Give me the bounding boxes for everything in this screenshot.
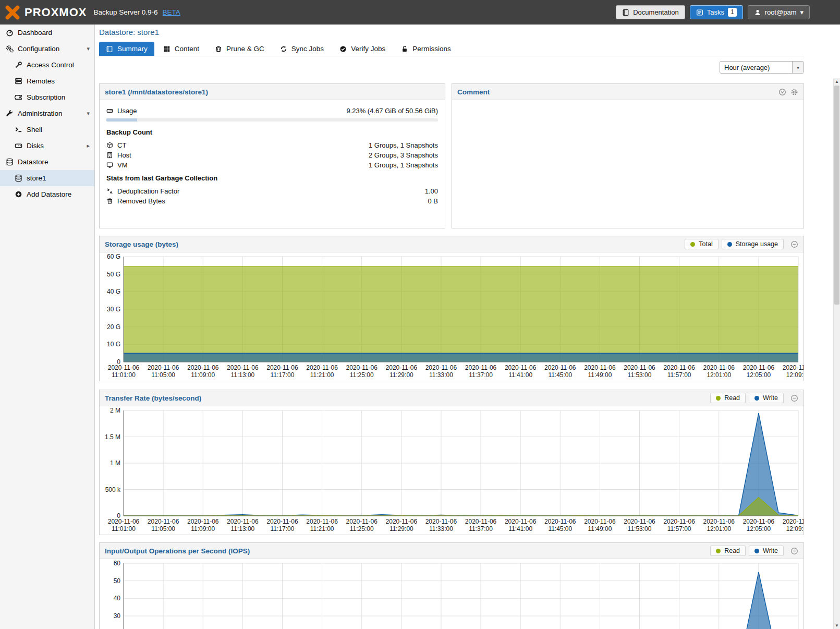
user-menu-button[interactable]: root@pam [748, 5, 810, 19]
sidebar-item-configuration[interactable]: Configuration [0, 41, 94, 57]
tasks-button[interactable]: Tasks 1 [690, 5, 743, 19]
gc-value: 1.00 [425, 187, 438, 195]
svg-text:2020-11-06: 2020-11-06 [544, 364, 576, 371]
svg-text:2020-11-06: 2020-11-06 [624, 364, 655, 371]
svg-text:11:45:00: 11:45:00 [548, 371, 572, 379]
datastore-summary-panel: store1 (/mnt/datastores/store1) Usage 9.… [99, 83, 445, 228]
building-icon [106, 152, 113, 159]
brand-area: PROXMOX Backup Server 0.9-6 BETA [5, 5, 180, 20]
scrollbar-thumb[interactable] [834, 86, 839, 305]
chevron-right-icon[interactable] [87, 142, 90, 149]
legend-write[interactable]: Write [749, 393, 784, 403]
legend-dot [716, 549, 721, 553]
backup-count-title: Backup Count [106, 128, 438, 136]
svg-text:11:53:00: 11:53:00 [628, 371, 652, 379]
sidebar-item-add-datastore[interactable]: Add Datastore [0, 186, 94, 202]
svg-text:2020-11-06: 2020-11-06 [266, 518, 298, 525]
iops-panel: Input/Output Operations per Second (IOPS… [99, 542, 804, 629]
collapse-icon[interactable] [790, 394, 798, 402]
svg-text:12:09:00: 12:09:00 [786, 525, 804, 533]
sidebar-item-subscription[interactable]: Subscription [0, 89, 94, 105]
svg-text:2020-11-06: 2020-11-06 [227, 518, 259, 525]
legend-write[interactable]: Write [749, 546, 784, 556]
tab-content[interactable]: Content [156, 42, 206, 56]
tab-label: Prune & GC [226, 45, 264, 53]
sidebar-item-disks[interactable]: Disks [0, 138, 94, 154]
tasks-label: Tasks [707, 8, 724, 16]
chevron-down-icon[interactable] [87, 45, 90, 52]
svg-text:2020-11-06: 2020-11-06 [624, 518, 655, 525]
legend-storage-usage[interactable]: Storage usage [722, 239, 784, 249]
sidebar-item-remotes[interactable]: Remotes [0, 73, 94, 89]
main-area: Datastore: store1 Summary Content Prune … [95, 25, 840, 629]
tab-permissions[interactable]: Permissions [394, 42, 458, 56]
svg-text:11:29:00: 11:29:00 [389, 525, 413, 533]
gear-icon[interactable] [790, 88, 798, 96]
svg-text:2020-11-06: 2020-11-06 [703, 364, 735, 371]
svg-text:2020-11-06: 2020-11-06 [386, 518, 418, 525]
beta-link[interactable]: BETA [163, 8, 180, 16]
gc-value: 0 B [428, 197, 438, 205]
svg-text:20 G: 20 G [107, 323, 120, 331]
transfer-rate-chart: 2 M1.5 M1 M500 k02020-11-0611:01:002020-… [100, 406, 804, 535]
gauge-icon [6, 29, 14, 37]
legend-read[interactable]: Read [710, 393, 746, 403]
sidebar-item-label: Configuration [18, 45, 59, 53]
gc-row-dedup: Deduplication Factor 1.00 [106, 186, 438, 196]
svg-text:2 M: 2 M [110, 407, 120, 414]
svg-text:11:05:00: 11:05:00 [151, 371, 175, 379]
legend-read[interactable]: Read [710, 546, 746, 556]
key-icon [15, 61, 22, 69]
chevron-down-icon[interactable]: ▾ [792, 62, 804, 73]
svg-text:60 G: 60 G [107, 253, 120, 260]
header-actions: Documentation Tasks 1 root@pam [616, 5, 810, 19]
sidebar-item-shell[interactable]: Shell [0, 122, 94, 138]
sidebar-item-label: Access Control [27, 61, 74, 69]
svg-text:2020-11-06: 2020-11-06 [386, 364, 418, 371]
svg-text:11:41:00: 11:41:00 [508, 371, 532, 379]
chevron-circle-icon[interactable] [778, 88, 786, 96]
count-label: CT [117, 141, 126, 149]
count-value: 1 Groups, 1 Snapshots [369, 161, 438, 169]
sidebar-item-label: Add Datastore [27, 190, 71, 198]
sidebar: Dashboard Configuration Access Control R… [0, 25, 95, 629]
sidebar-item-dashboard[interactable]: Dashboard [0, 25, 94, 41]
sidebar-item-label: Datastore [18, 158, 48, 166]
sidebar-item-store1[interactable]: store1 [0, 170, 94, 186]
trash-icon [215, 45, 222, 53]
sidebar-item-access-control[interactable]: Access Control [0, 57, 94, 73]
svg-text:12:05:00: 12:05:00 [747, 525, 771, 533]
tab-bar: Summary Content Prune & GC Sync Jobs Ver… [99, 42, 804, 56]
tasks-count-badge: 1 [728, 8, 737, 17]
count-row-ct: CT 1 Groups, 1 Snapshots [106, 140, 438, 150]
svg-text:11:57:00: 11:57:00 [667, 371, 691, 379]
tab-verify-jobs[interactable]: Verify Jobs [333, 42, 392, 56]
chevron-down-icon[interactable] [87, 110, 90, 117]
collapse-icon[interactable] [790, 547, 798, 555]
svg-text:11:13:00: 11:13:00 [230, 525, 254, 533]
sidebar-item-datastore[interactable]: Datastore [0, 154, 94, 170]
legend-total[interactable]: Total [685, 239, 718, 249]
tab-sync-jobs[interactable]: Sync Jobs [273, 42, 331, 56]
tab-prune-gc[interactable]: Prune & GC [208, 42, 271, 56]
time-range-select[interactable]: Hour (average) ▾ [720, 61, 804, 74]
svg-text:2020-11-06: 2020-11-06 [148, 518, 179, 525]
svg-text:30: 30 [114, 612, 121, 620]
sidebar-item-administration[interactable]: Administration [0, 105, 94, 122]
svg-text:2020-11-06: 2020-11-06 [663, 364, 695, 371]
comment-panel: Comment [452, 83, 804, 228]
chart-toolbar: Hour (average) ▾ [99, 56, 804, 78]
count-label: VM [117, 161, 128, 169]
documentation-button[interactable]: Documentation [616, 5, 685, 19]
scroll-down-arrow[interactable]: ▼ [834, 622, 840, 629]
collapse-icon[interactable] [790, 240, 798, 248]
legend-label: Read [724, 394, 740, 402]
scroll-up-arrow[interactable]: ▲ [834, 78, 840, 85]
svg-text:11:33:00: 11:33:00 [429, 371, 453, 379]
svg-text:2020-11-06: 2020-11-06 [306, 518, 338, 525]
tab-summary[interactable]: Summary [99, 42, 154, 56]
grid-icon [163, 45, 171, 53]
svg-text:2020-11-06: 2020-11-06 [783, 364, 804, 371]
database-icon [6, 158, 14, 166]
vertical-scrollbar[interactable]: ▲ ▼ [833, 78, 840, 629]
